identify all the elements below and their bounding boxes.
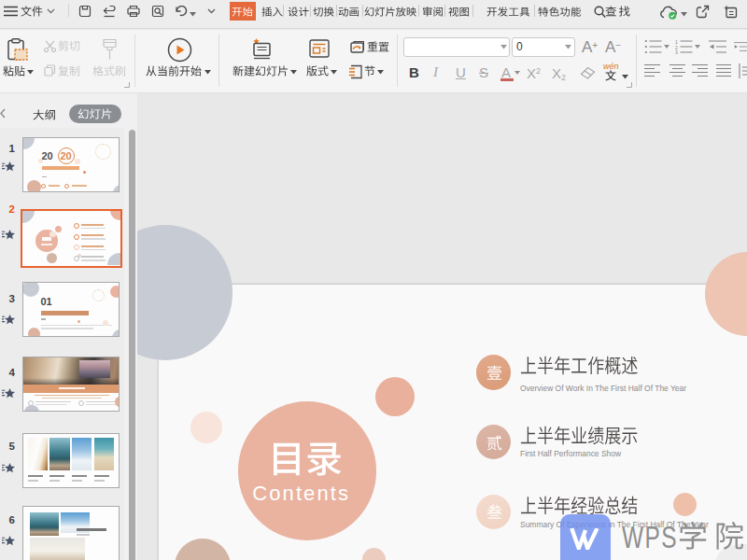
svg-text:3: 3 [675,49,678,54]
